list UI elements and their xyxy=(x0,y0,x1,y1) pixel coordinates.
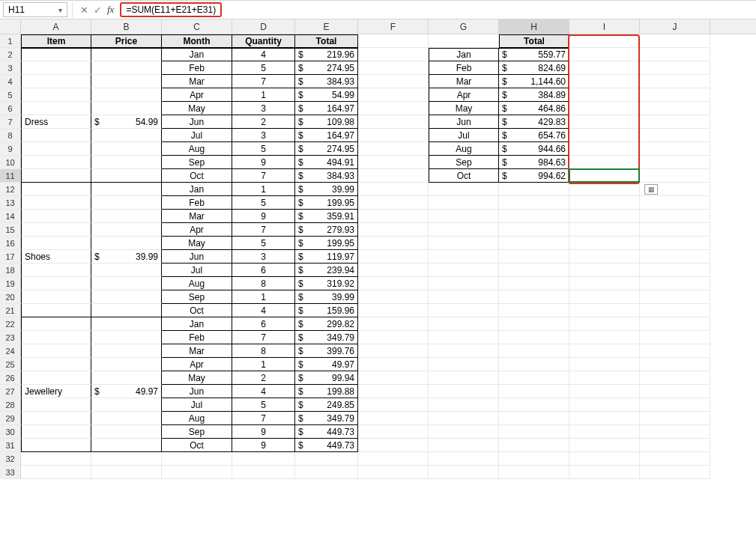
autofill-options-icon[interactable]: ▦ xyxy=(644,184,658,195)
cell-empty[interactable] xyxy=(569,290,640,304)
cell-month[interactable]: Month xyxy=(162,34,232,48)
cell-empty[interactable] xyxy=(569,317,640,331)
cell-quantity[interactable]: 7 xyxy=(232,75,295,88)
cell-month[interactable]: Feb xyxy=(162,196,232,210)
cell-summary-total[interactable]: $429.83 xyxy=(499,115,569,129)
cell-month[interactable]: Aug xyxy=(162,277,232,290)
col-header-G[interactable]: G xyxy=(429,19,499,34)
row-header[interactable]: 19 xyxy=(0,277,21,290)
cell-summary-month[interactable]: Feb xyxy=(429,61,499,75)
cell-empty[interactable] xyxy=(640,196,710,210)
cell-quantity[interactable]: 7 xyxy=(232,412,295,425)
row-header[interactable]: 9 xyxy=(0,142,21,156)
cell-summary-total[interactable]: $994.62 xyxy=(499,169,569,183)
cell-month[interactable] xyxy=(162,466,232,479)
cell-price[interactable] xyxy=(91,331,162,344)
cell-quantity[interactable]: 9 xyxy=(232,156,295,169)
cell-item[interactable] xyxy=(21,331,91,344)
cell-empty[interactable] xyxy=(640,250,710,264)
cell-empty[interactable] xyxy=(358,169,429,183)
cell-price[interactable] xyxy=(91,156,162,169)
cell-item[interactable] xyxy=(21,129,91,142)
cell-quantity[interactable]: 8 xyxy=(232,277,295,290)
cell-empty[interactable] xyxy=(569,304,640,317)
cell-empty[interactable] xyxy=(358,412,429,425)
cell-summary-month[interactable] xyxy=(429,317,499,331)
cell-month[interactable]: Sep xyxy=(162,156,232,169)
cell-item[interactable] xyxy=(21,75,91,88)
cell-month[interactable]: Apr xyxy=(162,358,232,371)
accept-formula-icon[interactable]: ✓ xyxy=(91,2,104,17)
cell-empty[interactable] xyxy=(640,331,710,344)
cell-empty[interactable] xyxy=(640,48,710,61)
cancel-formula-icon[interactable]: ✕ xyxy=(77,2,91,17)
cell-item[interactable] xyxy=(21,425,91,439)
cell-empty[interactable] xyxy=(358,129,429,142)
cell-empty[interactable] xyxy=(569,371,640,385)
cell-price[interactable] xyxy=(91,371,162,385)
cell-item[interactable] xyxy=(21,210,91,223)
cell-total[interactable]: $249.85 xyxy=(295,398,358,412)
cell-item[interactable] xyxy=(21,317,91,331)
cell-empty[interactable] xyxy=(358,277,429,290)
cell-empty[interactable] xyxy=(569,237,640,250)
cell-price[interactable] xyxy=(91,358,162,371)
cell-price[interactable] xyxy=(91,398,162,412)
row-header[interactable]: 2 xyxy=(0,48,21,61)
cell-quantity[interactable]: 5 xyxy=(232,196,295,210)
cell-quantity[interactable]: 2 xyxy=(232,115,295,129)
cell-price[interactable] xyxy=(91,439,162,452)
cell-summary-total[interactable]: $464.86 xyxy=(499,102,569,115)
cell-month[interactable]: May xyxy=(162,102,232,115)
cell-summary-total[interactable] xyxy=(499,250,569,264)
cell-month[interactable]: Feb xyxy=(162,331,232,344)
cell-item[interactable]: Item xyxy=(21,34,91,48)
col-header-C[interactable]: C xyxy=(162,19,232,34)
cell-empty[interactable] xyxy=(640,452,710,466)
cell-empty[interactable] xyxy=(569,398,640,412)
cell-item[interactable] xyxy=(21,196,91,210)
cell-empty[interactable] xyxy=(640,142,710,156)
cell-empty[interactable] xyxy=(569,34,640,48)
cell-item[interactable] xyxy=(21,237,91,250)
cell-empty[interactable] xyxy=(569,102,640,115)
cell-empty[interactable] xyxy=(640,129,710,142)
cell-item[interactable] xyxy=(21,344,91,358)
cell-quantity[interactable]: 4 xyxy=(232,385,295,398)
cell-empty[interactable] xyxy=(640,156,710,169)
cell-total[interactable] xyxy=(295,452,358,466)
cell-total[interactable]: $239.94 xyxy=(295,264,358,277)
cell-empty[interactable] xyxy=(358,88,429,102)
cell-price[interactable] xyxy=(91,412,162,425)
cell-summary-total[interactable] xyxy=(499,344,569,358)
cell-item[interactable] xyxy=(21,156,91,169)
row-header[interactable]: 28 xyxy=(0,398,21,412)
cell-empty[interactable] xyxy=(358,102,429,115)
cell-total[interactable]: $299.82 xyxy=(295,317,358,331)
cell-quantity[interactable]: 9 xyxy=(232,439,295,452)
col-header-J[interactable]: J xyxy=(640,19,710,34)
fx-icon[interactable]: fx xyxy=(104,4,117,16)
cell-quantity[interactable]: 5 xyxy=(232,142,295,156)
cell-empty[interactable] xyxy=(569,331,640,344)
cell-total[interactable]: $164.97 xyxy=(295,129,358,142)
cell-summary-month[interactable]: Mar xyxy=(429,75,499,88)
cell-empty[interactable] xyxy=(358,371,429,385)
col-header-E[interactable]: E xyxy=(295,19,358,34)
cell-item[interactable] xyxy=(21,304,91,317)
cell-month[interactable]: Mar xyxy=(162,210,232,223)
cell-item[interactable] xyxy=(21,412,91,425)
cell-summary-total[interactable]: $1,144.60 xyxy=(499,75,569,88)
cell-summary-month[interactable] xyxy=(429,412,499,425)
cell-empty[interactable] xyxy=(640,304,710,317)
cell-empty[interactable] xyxy=(569,412,640,425)
cell-summary-month[interactable]: Sep xyxy=(429,156,499,169)
cell-empty[interactable] xyxy=(640,344,710,358)
cell-summary-total[interactable] xyxy=(499,439,569,452)
cell-summary-month[interactable]: Aug xyxy=(429,142,499,156)
cell-empty[interactable] xyxy=(358,466,429,479)
cell-quantity[interactable]: 3 xyxy=(232,129,295,142)
cell-empty[interactable] xyxy=(358,183,429,196)
cell-quantity[interactable]: 7 xyxy=(232,169,295,183)
cell-empty[interactable] xyxy=(640,75,710,88)
